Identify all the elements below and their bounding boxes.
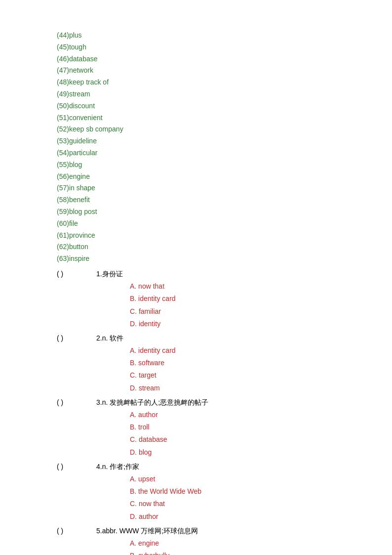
vocab-item: (53)guideline [57,135,392,147]
question-4: ( )4.n. 作者;作家A. upsetB. the World Wide W… [57,461,392,523]
option-1-2: B. identity card [130,293,392,305]
option-3-2: B. troll [130,421,392,433]
vocab-item: (61)province [57,230,392,242]
vocab-item: (58)benefit [57,194,392,206]
questions-container: ( )1.身份证A. now thatB. identity cardC. fa… [57,268,392,555]
option-2-4: D. stream [130,382,392,394]
question-label-3: 3.n. 发挑衅帖子的人;恶意挑衅的帖子 [96,396,208,409]
question-label-2: 2.n. 软件 [96,332,123,344]
vocab-item: (56)engine [57,171,392,183]
vocab-item: (54)particular [57,147,392,159]
vocab-list: (44)plus(45)tough(46)database(47)network… [57,30,392,265]
question-paren-3: ( ) [57,396,96,409]
question-5: ( )5.abbr. WWW 万维网;环球信息网A. engineB. cybe… [57,525,392,555]
vocab-item: (45)tough [57,42,392,53]
question-paren-1: ( ) [57,268,96,280]
option-3-3: C. database [130,433,392,446]
vocab-item: (55)blog [57,159,392,171]
vocab-item: (48)keep track of [57,77,392,88]
option-2-3: C. target [130,369,392,382]
question-label-4: 4.n. 作者;作家 [96,461,139,473]
question-label-5: 5.abbr. WWW 万维网;环球信息网 [96,525,198,537]
option-4-1: A. upset [130,473,392,485]
question-3: ( )3.n. 发挑衅帖子的人;恶意挑衅的帖子A. authorB. troll… [57,396,392,459]
vocab-item: (60)file [57,218,392,230]
option-1-3: C. familiar [130,305,392,318]
options-list-3: A. authorB. trollC. databaseD. blog [130,409,392,459]
option-1-1: A. now that [130,280,392,293]
vocab-item: (52)keep sb company [57,124,392,135]
question-paren-4: ( ) [57,461,96,473]
options-list-1: A. now thatB. identity cardC. familiarD.… [130,280,392,330]
question-paren-5: ( ) [57,525,96,537]
vocab-item: (51)convenient [57,112,392,124]
vocab-item: (62)button [57,241,392,253]
options-list-2: A. identity cardB. softwareC. targetD. s… [130,344,392,394]
option-5-2: B. cyberbully [130,550,392,555]
option-4-4: D. author [130,511,392,523]
option-5-1: A. engine [130,537,392,550]
vocab-item: (44)plus [57,30,392,42]
option-4-3: C. now that [130,498,392,510]
option-1-4: D. identity [130,318,392,330]
options-list-4: A. upsetB. the World Wide WebC. now that… [130,473,392,523]
vocab-item: (49)stream [57,88,392,100]
option-2-1: A. identity card [130,344,392,357]
option-3-4: D. blog [130,446,392,459]
vocab-item: (46)database [57,53,392,65]
question-paren-2: ( ) [57,332,96,344]
vocab-item: (63)inspire [57,253,392,265]
vocab-item: (59)blog post [57,206,392,218]
options-list-5: A. engineB. cyberbullyC. the World Wide … [130,537,392,555]
vocab-item: (50)discount [57,100,392,112]
vocab-item: (57)in shape [57,182,392,194]
vocab-item: (47)network [57,65,392,77]
option-2-2: B. software [130,357,392,369]
option-4-2: B. the World Wide Web [130,485,392,498]
question-label-1: 1.身份证 [96,268,123,280]
option-3-1: A. author [130,409,392,421]
question-1: ( )1.身份证A. now thatB. identity cardC. fa… [57,268,392,330]
question-2: ( )2.n. 软件A. identity cardB. softwareC. … [57,332,392,394]
